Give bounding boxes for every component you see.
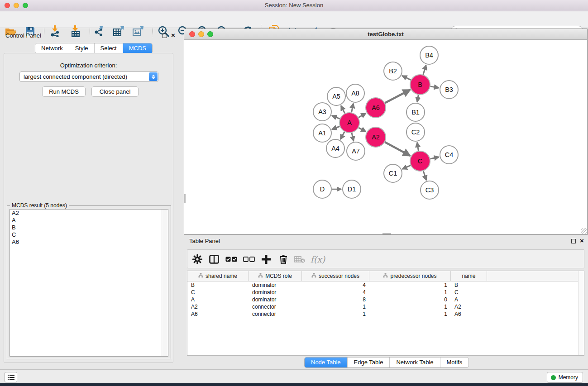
import-table-icon[interactable] — [69, 25, 82, 37]
cell[interactable]: 1 — [369, 281, 451, 289]
column-header-name[interactable]: name — [451, 271, 487, 281]
network-canvas[interactable]: B4B2BB3A5A8A6A3B1AA1C2A2A4A7C4CC1C3DD1 — [184, 40, 587, 234]
result-item[interactable]: B — [10, 224, 168, 231]
edge-A-A8[interactable] — [352, 104, 354, 113]
table-header-row[interactable]: shared nameMCDS rolesuccessor nodesprede… — [187, 271, 584, 281]
node-C3[interactable]: C3 — [421, 181, 439, 199]
column-header-predecessor-nodes[interactable]: predecessor nodes — [369, 271, 451, 281]
table-row[interactable]: Cdominator41C — [187, 289, 584, 296]
node-A4[interactable]: A4 — [326, 139, 344, 157]
table-panel-close-icon[interactable]: × — [579, 238, 585, 243]
cell[interactable]: C — [451, 289, 487, 296]
cell[interactable]: dominator — [249, 289, 302, 296]
criterion-select[interactable]: largest connected component (directed) — [19, 71, 158, 82]
cell[interactable]: C — [187, 289, 249, 296]
cell[interactable]: 1 — [302, 310, 369, 318]
cell[interactable]: B — [187, 281, 249, 289]
mcds-result-list[interactable]: A2ABCA6 — [10, 209, 168, 357]
resize-grip-icon[interactable] — [581, 228, 587, 234]
column-layout-icon[interactable] — [207, 253, 221, 266]
table-row[interactable]: Adominator80A — [187, 296, 584, 303]
edge-A6-B[interactable] — [385, 90, 410, 103]
tab-network[interactable]: Network — [35, 43, 69, 53]
node-D1[interactable]: D1 — [343, 180, 361, 198]
node-table[interactable]: shared nameMCDS rolesuccessor nodesprede… — [187, 271, 584, 356]
edge-A-A1[interactable] — [332, 126, 339, 129]
import-network-icon[interactable] — [48, 25, 62, 37]
edge-A2-C[interactable] — [385, 142, 410, 156]
column-header-mcds-role[interactable]: MCDS role — [249, 271, 302, 281]
column-header-successor-nodes[interactable]: successor nodes — [302, 271, 369, 281]
cell[interactable]: A — [451, 296, 487, 303]
node-A1[interactable]: A1 — [313, 124, 331, 142]
export-network-icon[interactable] — [92, 25, 106, 37]
cell[interactable]: connector — [249, 310, 302, 318]
node-B1[interactable]: B1 — [406, 103, 425, 121]
edge-B-B3[interactable] — [430, 86, 439, 88]
cell[interactable]: connector — [249, 303, 302, 310]
close-panel-button[interactable]: Close panel — [91, 86, 139, 97]
deselect-all-icon[interactable] — [242, 253, 256, 266]
table-row[interactable]: Bdominator41B — [187, 281, 584, 289]
delete-icon[interactable] — [277, 253, 290, 266]
edge-A-A2[interactable] — [359, 128, 366, 132]
tab-network-table[interactable]: Network Table — [389, 357, 440, 367]
task-history-button[interactable] — [5, 372, 17, 382]
node-A2[interactable]: A2 — [366, 127, 386, 147]
node-B3[interactable]: B3 — [440, 81, 458, 99]
export-table-icon[interactable] — [112, 25, 125, 37]
node-B4[interactable]: B4 — [420, 46, 438, 64]
result-item[interactable]: A6 — [10, 238, 168, 246]
node-C1[interactable]: C1 — [384, 164, 402, 182]
cell[interactable]: 8 — [302, 296, 369, 303]
canvas-vertical-scroll-thumb[interactable] — [184, 194, 186, 203]
edge-B-B2[interactable] — [402, 76, 411, 80]
result-list-scrollbar[interactable] — [162, 210, 168, 356]
cell[interactable]: A6 — [451, 310, 487, 318]
result-item[interactable]: C — [10, 231, 168, 238]
node-A5[interactable]: A5 — [327, 87, 345, 105]
node-B2[interactable]: B2 — [384, 62, 402, 80]
edge-A-A3[interactable] — [332, 116, 339, 119]
delete-table-icon[interactable] — [293, 253, 306, 266]
edge-C-C2[interactable] — [417, 143, 419, 151]
export-image-icon[interactable] — [131, 25, 145, 37]
gear-icon[interactable] — [191, 253, 204, 266]
node-C4[interactable]: C4 — [440, 146, 458, 164]
result-item[interactable]: A2 — [10, 210, 168, 217]
table-body[interactable]: Bdominator41BCdominator41CAdominator80AA… — [187, 281, 584, 318]
add-column-icon[interactable] — [259, 253, 273, 266]
edge-A-A5[interactable] — [341, 106, 344, 114]
node-C2[interactable]: C2 — [406, 123, 425, 141]
edge-C-C3[interactable] — [423, 171, 426, 180]
cell[interactable]: A — [187, 296, 249, 303]
result-item[interactable]: A — [10, 217, 168, 224]
network-window-titlebar[interactable]: testGlobe.txt — [184, 29, 587, 40]
tab-select[interactable]: Select — [94, 43, 123, 53]
cell[interactable]: dominator — [249, 281, 302, 289]
cell[interactable]: 4 — [302, 281, 369, 289]
node-B[interactable]: B — [410, 75, 430, 95]
cell[interactable]: 1 — [369, 303, 451, 310]
edge-B-B1[interactable] — [417, 95, 419, 102]
tab-node-table[interactable]: Node Table — [305, 357, 347, 367]
column-header-shared-name[interactable]: shared name — [187, 271, 249, 281]
node-A3[interactable]: A3 — [313, 103, 331, 121]
edge-A-A4[interactable] — [340, 132, 344, 139]
edge-A-A7[interactable] — [352, 133, 354, 141]
control-panel-float-icon[interactable] — [162, 33, 167, 38]
tab-edge-table[interactable]: Edge Table — [347, 357, 390, 367]
cell[interactable]: 0 — [369, 296, 451, 303]
node-D[interactable]: D — [313, 180, 331, 198]
cell[interactable]: A6 — [187, 310, 249, 318]
cell[interactable]: A2 — [187, 303, 249, 310]
cell[interactable]: 4 — [302, 289, 369, 296]
table-row[interactable]: A6connector11A6 — [187, 310, 584, 318]
run-mcds-button[interactable]: Run MCDS — [42, 86, 86, 97]
table-panel-float-icon[interactable] — [570, 238, 576, 244]
cell[interactable]: dominator — [249, 296, 302, 303]
memory-button[interactable]: Memory — [547, 372, 583, 383]
tab-mcds[interactable]: MCDS — [123, 43, 152, 53]
cell[interactable]: 1 — [369, 310, 451, 318]
function-builder-icon[interactable]: f(x) — [309, 253, 327, 266]
